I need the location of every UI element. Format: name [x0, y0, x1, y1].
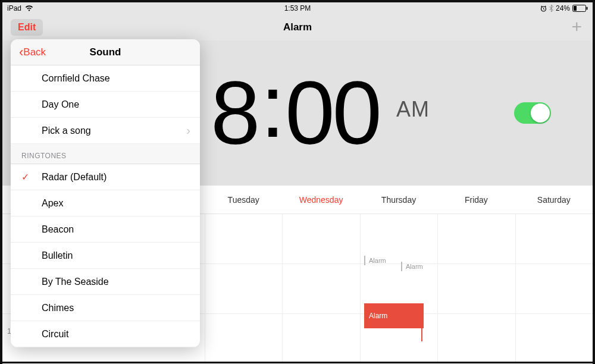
day-thursday[interactable]: Thursday: [360, 186, 437, 214]
alarm-marker[interactable]: Alarm: [401, 262, 423, 271]
day-friday[interactable]: Friday: [437, 186, 515, 214]
alarm-status-icon: [540, 5, 547, 12]
device-label: iPad: [7, 4, 21, 12]
popover-title: Sound: [90, 46, 121, 58]
status-left: iPad: [7, 4, 33, 12]
song-row[interactable]: Day One: [11, 92, 200, 118]
popover-header: ‹ Back Sound: [11, 39, 200, 65]
add-alarm-button[interactable]: +: [571, 18, 582, 36]
wifi-icon: [25, 5, 33, 11]
alarm-minutes: 00: [285, 68, 380, 158]
back-button[interactable]: ‹ Back: [19, 46, 46, 59]
do-not-disturb-icon: [531, 5, 538, 12]
bluetooth-icon: [549, 5, 553, 12]
ringtone-row[interactable]: ✓ Radar (Default): [11, 164, 200, 190]
svg-rect-2: [574, 6, 577, 11]
ringtone-row[interactable]: Beacon: [11, 216, 200, 243]
pick-a-song-row[interactable]: Pick a song: [11, 118, 200, 144]
ringtone-label: Radar (Default): [42, 172, 107, 183]
sound-list: Cornfield Chase Day One Pick a song RING…: [11, 65, 200, 347]
sound-popover: ‹ Back Sound Cornfield Chase Day One Pic…: [11, 39, 200, 347]
alarm-marker[interactable]: Alarm: [364, 256, 386, 265]
battery-icon: [572, 5, 588, 12]
day-wednesday[interactable]: Wednesday: [282, 186, 359, 214]
alarm-hour: 8: [211, 68, 258, 158]
alarm-colon: :: [260, 61, 283, 150]
status-bar: iPad 1:53 PM 24%: [2, 2, 593, 14]
ringtone-row[interactable]: Chimes: [11, 295, 200, 321]
alarm-toggle[interactable]: [514, 102, 551, 124]
ringtone-row[interactable]: Apex: [11, 190, 200, 216]
checkmark-icon: ✓: [21, 171, 29, 183]
status-time: 1:53 PM: [284, 4, 311, 12]
ringtones-section-header: RINGTONES: [11, 144, 200, 164]
screen: iPad 1:53 PM 24% Edit Alarm +: [0, 0, 595, 364]
alarm-block[interactable]: Alarm: [364, 303, 424, 328]
header: Edit Alarm +: [2, 14, 593, 40]
edit-button[interactable]: Edit: [11, 19, 43, 36]
svg-rect-3: [587, 7, 588, 10]
alarm-block-handle[interactable]: [421, 328, 422, 341]
day-tuesday[interactable]: Tuesday: [205, 186, 282, 214]
song-row[interactable]: Cornfield Chase: [11, 65, 200, 92]
battery-percent: 24%: [556, 4, 570, 12]
day-saturday[interactable]: Saturday: [515, 186, 593, 214]
ringtone-row[interactable]: By The Seaside: [11, 269, 200, 295]
status-right: 24%: [531, 4, 588, 12]
alarm-time: 8 : 00: [211, 68, 380, 158]
back-label: Back: [23, 46, 46, 58]
alarm-ampm: AM: [396, 97, 430, 122]
page-title: Alarm: [283, 21, 312, 33]
ringtone-row[interactable]: Circuit: [11, 321, 200, 347]
toggle-knob: [531, 103, 550, 123]
chevron-left-icon: ‹: [19, 46, 23, 59]
ringtone-row[interactable]: Bulletin: [11, 243, 200, 269]
